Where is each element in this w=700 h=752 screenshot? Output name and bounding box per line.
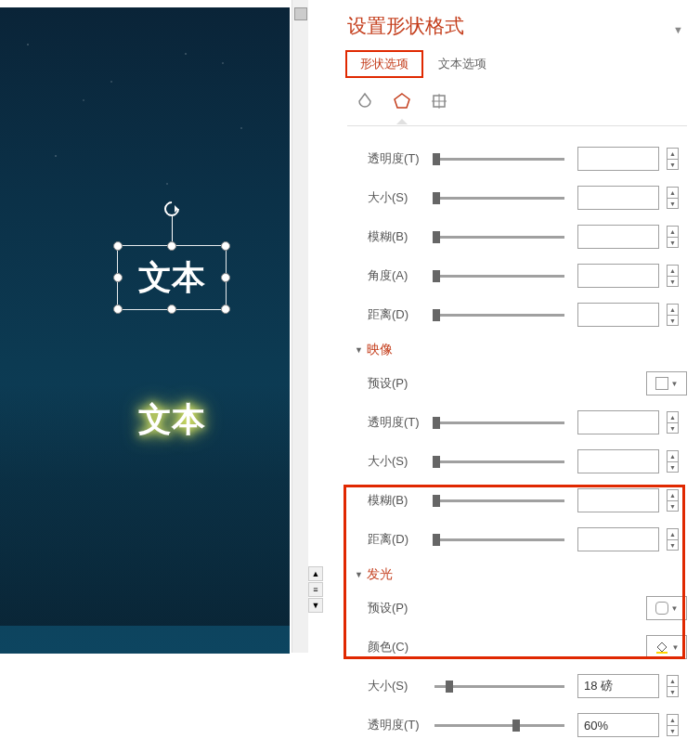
slide-preview-area: 文本 文本 bbox=[0, 0, 308, 653]
effects-icon[interactable] bbox=[392, 91, 412, 111]
shadow-blur-row: 模糊(B) ▲▼ bbox=[347, 217, 687, 256]
reflection-size-spinner[interactable]: ▲▼ bbox=[667, 450, 679, 473]
resize-handle-e[interactable] bbox=[221, 273, 230, 282]
reflection-transparency-input[interactable] bbox=[577, 410, 659, 434]
size-properties-icon[interactable] bbox=[429, 91, 449, 111]
reflection-transparency-spinner[interactable]: ▲▼ bbox=[667, 411, 679, 434]
svg-rect-2 bbox=[656, 652, 668, 654]
shadow-distance-row: 距离(D) ▲▼ bbox=[347, 295, 687, 334]
glow-color-label: 颜色(C) bbox=[368, 639, 427, 655]
reflection-size-input[interactable] bbox=[577, 449, 659, 473]
tab-text-options[interactable]: 文本选项 bbox=[423, 50, 501, 78]
glow-text-shape[interactable]: 文本 bbox=[117, 397, 227, 443]
pane-dropdown-icon[interactable]: ▼ bbox=[673, 24, 683, 35]
glow-transparency-spinner[interactable]: ▲▼ bbox=[667, 714, 679, 736]
glow-size-label: 大小(S) bbox=[368, 678, 427, 694]
scrollbar-thumb[interactable] bbox=[294, 7, 307, 20]
glow-size-input[interactable] bbox=[577, 674, 659, 698]
shadow-angle-label: 角度(A) bbox=[368, 267, 427, 284]
shadow-angle-spinner[interactable]: ▲▼ bbox=[667, 265, 679, 287]
shadow-transparency-input[interactable] bbox=[577, 147, 659, 171]
reflection-blur-label: 模糊(B) bbox=[368, 492, 427, 509]
glow-collapse-icon: ▼ bbox=[355, 570, 363, 579]
shadow-blur-label: 模糊(B) bbox=[368, 228, 427, 245]
shadow-angle-row: 角度(A) ▲▼ bbox=[347, 256, 687, 295]
rotate-connector bbox=[172, 216, 173, 241]
reflection-blur-row: 模糊(B) ▲▼ bbox=[347, 481, 687, 520]
resize-handle-nw[interactable] bbox=[113, 241, 123, 251]
glow-title: 发光 bbox=[367, 566, 393, 583]
selected-textbox[interactable]: 文本 bbox=[117, 245, 227, 310]
pane-title: 设置形状格式 bbox=[347, 13, 687, 39]
shadow-distance-input[interactable] bbox=[577, 303, 659, 327]
glow-transparency-label: 透明度(T) bbox=[368, 717, 427, 733]
shadow-blur-input[interactable] bbox=[577, 225, 659, 249]
shadow-angle-slider[interactable] bbox=[434, 275, 564, 278]
resize-handle-n[interactable] bbox=[167, 241, 176, 251]
reflection-distance-row: 距离(D) ▲▼ bbox=[347, 520, 687, 559]
reflection-preset-row: 预设(P) ▼ bbox=[347, 364, 687, 403]
paint-bucket-icon bbox=[655, 640, 669, 655]
reflection-distance-input[interactable] bbox=[577, 527, 659, 551]
scroll-up-button[interactable]: ▲ bbox=[308, 566, 323, 581]
shadow-transparency-slider[interactable] bbox=[434, 158, 564, 161]
slide-canvas[interactable]: 文本 文本 bbox=[0, 7, 290, 654]
reflection-distance-spinner[interactable]: ▲▼ bbox=[667, 528, 679, 551]
reflection-size-slider[interactable] bbox=[434, 460, 564, 463]
shadow-blur-slider[interactable] bbox=[434, 236, 564, 239]
slide-vertical-scrollbar[interactable] bbox=[292, 0, 308, 653]
shadow-size-input[interactable] bbox=[577, 186, 659, 210]
shadow-size-spinner[interactable]: ▲▼ bbox=[667, 187, 679, 209]
resize-handle-se[interactable] bbox=[221, 305, 230, 314]
glow-transparency-slider[interactable] bbox=[434, 724, 564, 727]
format-shape-pane: 设置形状格式 ▼ 形状选项 文本选项 透明度(T) ▲▼ 大小(S) ▲▼ 模糊… bbox=[336, 0, 700, 752]
glow-preset-label: 预设(P) bbox=[368, 600, 427, 616]
glow-size-row: 大小(S) ▲▼ bbox=[347, 667, 687, 706]
glow-color-dropdown[interactable]: ▼ bbox=[646, 635, 687, 659]
reflection-transparency-slider[interactable] bbox=[434, 421, 564, 424]
glow-preset-dropdown[interactable]: ▼ bbox=[646, 596, 687, 620]
reflection-blur-input[interactable] bbox=[577, 488, 659, 512]
resize-handle-ne[interactable] bbox=[221, 241, 230, 251]
resize-handle-s[interactable] bbox=[167, 305, 176, 314]
resize-handle-sw[interactable] bbox=[113, 305, 123, 314]
reflection-blur-spinner[interactable]: ▲▼ bbox=[667, 489, 679, 512]
softedge-header[interactable]: ▷ 柔化边缘 bbox=[347, 745, 687, 752]
glow-size-spinner[interactable]: ▲▼ bbox=[667, 675, 679, 697]
reflection-preset-dropdown[interactable]: ▼ bbox=[646, 371, 687, 395]
textbox-text: 文本 bbox=[138, 255, 205, 301]
reflection-collapse-icon: ▼ bbox=[355, 345, 363, 355]
reflection-transparency-row: 透明度(T) ▲▼ bbox=[347, 403, 687, 442]
shadow-size-slider[interactable] bbox=[434, 197, 564, 200]
shadow-transparency-row: 透明度(T) ▲▼ bbox=[347, 139, 687, 178]
options-tabs: 形状选项 文本选项 bbox=[347, 50, 687, 78]
reflection-blur-slider[interactable] bbox=[434, 499, 564, 502]
svg-marker-0 bbox=[395, 94, 409, 108]
reflection-size-label: 大小(S) bbox=[368, 453, 427, 470]
tab-shape-options[interactable]: 形状选项 bbox=[345, 50, 423, 78]
resize-handle-w[interactable] bbox=[113, 273, 123, 282]
glow-transparency-input[interactable] bbox=[577, 713, 659, 737]
glow-size-slider[interactable] bbox=[434, 685, 564, 688]
glow-transparency-row: 透明度(T) ▲▼ bbox=[347, 706, 687, 745]
shadow-distance-slider[interactable] bbox=[434, 314, 564, 317]
shadow-blur-spinner[interactable]: ▲▼ bbox=[667, 226, 679, 248]
fill-line-icon[interactable] bbox=[355, 91, 375, 111]
shadow-transparency-label: 透明度(T) bbox=[368, 150, 427, 167]
reflection-preset-label: 预设(P) bbox=[368, 375, 427, 392]
glow-color-row: 颜色(C) ▼ bbox=[347, 628, 687, 667]
reflection-size-row: 大小(S) ▲▼ bbox=[347, 442, 687, 481]
reflection-distance-slider[interactable] bbox=[434, 538, 564, 541]
reflection-distance-label: 距离(D) bbox=[368, 531, 427, 548]
shadow-angle-input[interactable] bbox=[577, 264, 659, 288]
shadow-distance-label: 距离(D) bbox=[368, 306, 427, 323]
shadow-size-row: 大小(S) ▲▼ bbox=[347, 178, 687, 217]
glow-header[interactable]: ▼ 发光 bbox=[347, 559, 687, 589]
scroll-toggle-button[interactable]: ≡ bbox=[308, 582, 323, 597]
reflection-transparency-label: 透明度(T) bbox=[368, 414, 427, 431]
shadow-distance-spinner[interactable]: ▲▼ bbox=[667, 304, 679, 326]
category-icons bbox=[347, 87, 687, 126]
shadow-transparency-spinner[interactable]: ▲▼ bbox=[667, 148, 679, 170]
reflection-header[interactable]: ▼ 映像 bbox=[347, 334, 687, 364]
scroll-down-button[interactable]: ▼ bbox=[308, 598, 323, 613]
